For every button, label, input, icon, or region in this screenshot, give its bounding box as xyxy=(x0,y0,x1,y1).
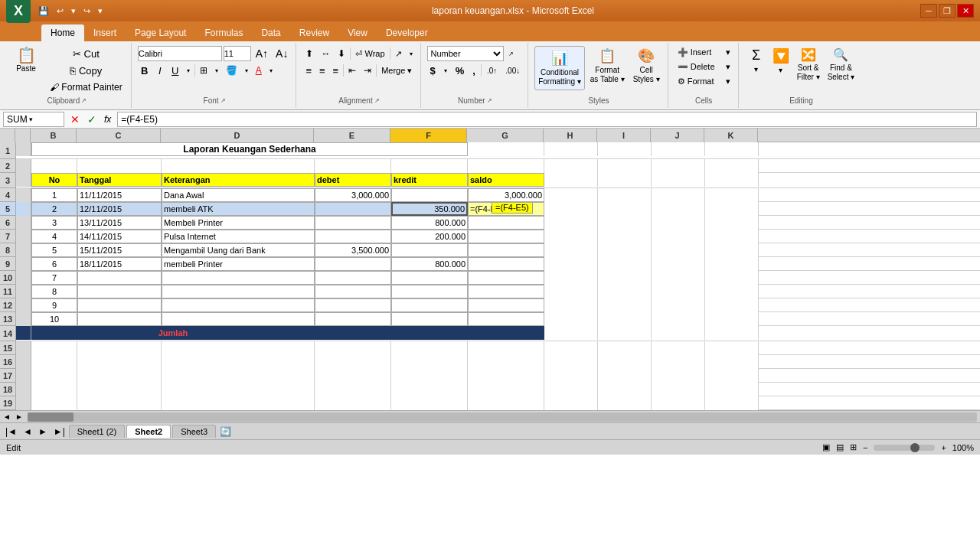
cell-j14[interactable] xyxy=(652,326,705,340)
decrease-font-button[interactable]: A↓ xyxy=(273,46,291,61)
undo-button[interactable]: ↩ xyxy=(54,5,67,18)
scroll-thumb[interactable] xyxy=(28,412,74,422)
delete-button[interactable]: ➖ Delete ▾ xyxy=(675,60,733,73)
row-header-18[interactable]: 18 xyxy=(0,383,15,396)
cell-k2[interactable] xyxy=(705,159,759,173)
cell-j10[interactable] xyxy=(652,271,705,285)
col-header-g[interactable]: G xyxy=(467,129,544,142)
cell-a5[interactable] xyxy=(16,202,31,216)
more-quick-access[interactable]: ▾ xyxy=(95,5,106,18)
number-format-dropdown[interactable]: ↗ xyxy=(505,49,517,59)
cell-a6[interactable] xyxy=(16,216,31,230)
cell-g3[interactable]: saldo xyxy=(468,173,544,187)
paste-button[interactable]: 📋 Paste xyxy=(8,46,44,75)
cell-i3[interactable] xyxy=(598,173,652,187)
cell-h1[interactable] xyxy=(544,142,598,156)
cell-a4[interactable] xyxy=(16,188,31,202)
cell-b3[interactable]: No xyxy=(31,173,77,187)
tab-home[interactable]: Home xyxy=(41,24,84,41)
alignment-expand-icon[interactable]: ↗ xyxy=(374,97,380,104)
cell-c17[interactable] xyxy=(77,369,162,383)
status-view-break[interactable]: ⊞ xyxy=(850,442,857,452)
cell-h14[interactable] xyxy=(544,326,598,340)
cell-k13[interactable] xyxy=(705,312,759,326)
col-header-i[interactable]: I xyxy=(597,129,651,142)
cell-c11[interactable] xyxy=(77,285,162,298)
cell-b6[interactable]: 3 xyxy=(31,216,77,230)
comma-button[interactable]: , xyxy=(469,64,479,78)
cell-i11[interactable] xyxy=(598,285,652,298)
cell-f15[interactable] xyxy=(391,341,468,355)
copy-button[interactable]: ⎘ Copy xyxy=(46,63,126,79)
cell-c10[interactable] xyxy=(77,271,162,285)
decrease-decimal-button[interactable]: .00↓ xyxy=(502,65,523,77)
cell-d8[interactable]: Mengambil Uang dari Bank xyxy=(162,243,315,257)
cell-e7[interactable] xyxy=(315,230,391,243)
cell-i16[interactable] xyxy=(598,355,652,369)
cell-j17[interactable] xyxy=(652,369,705,383)
cell-g4[interactable]: 3,000.000 xyxy=(468,188,544,202)
increase-decimal-button[interactable]: .0↑ xyxy=(484,65,500,77)
cell-f19[interactable] xyxy=(391,396,468,410)
sheet-nav-first[interactable]: |◄ xyxy=(3,426,19,437)
cell-j12[interactable] xyxy=(652,298,705,312)
cell-i8[interactable] xyxy=(598,243,652,257)
cell-f7[interactable]: 200.000 xyxy=(391,230,468,243)
cell-e4[interactable]: 3,000.000 xyxy=(315,188,391,202)
sheet-tab-3[interactable]: Sheet3 xyxy=(172,425,216,438)
cell-k3[interactable] xyxy=(705,173,759,187)
cell-k17[interactable] xyxy=(705,369,759,383)
cell-b4[interactable]: 1 xyxy=(31,188,77,202)
tab-data[interactable]: Data xyxy=(252,24,289,41)
cell-h15[interactable] xyxy=(544,341,598,355)
cell-i17[interactable] xyxy=(598,369,652,383)
font-color-dropdown[interactable]: ▾ xyxy=(266,66,276,76)
cell-d15[interactable] xyxy=(162,341,315,355)
cell-h7[interactable] xyxy=(544,230,598,243)
cell-h8[interactable] xyxy=(544,243,598,257)
cell-f18[interactable] xyxy=(391,383,468,396)
cell-k7[interactable] xyxy=(705,230,759,243)
cell-i18[interactable] xyxy=(598,383,652,396)
cell-a17[interactable] xyxy=(16,369,31,383)
row-header-13[interactable]: 13 xyxy=(0,312,15,326)
cell-j7[interactable] xyxy=(652,230,705,243)
clipboard-expand-icon[interactable]: ↗ xyxy=(81,97,87,104)
row-header-4[interactable]: 4 xyxy=(0,188,15,202)
cell-c13[interactable] xyxy=(77,312,162,326)
cell-e8[interactable]: 3,500.000 xyxy=(315,243,391,257)
cell-h4[interactable] xyxy=(544,188,598,202)
cell-g7[interactable] xyxy=(468,230,544,243)
row-header-7[interactable]: 7 xyxy=(0,230,15,243)
cell-b8[interactable]: 5 xyxy=(31,243,77,257)
cell-d10[interactable] xyxy=(162,271,315,285)
sort-filter-button[interactable]: 🔀 Sort &Filter ▾ xyxy=(794,46,823,83)
cell-g9[interactable] xyxy=(468,257,544,271)
border-button[interactable]: ⊞ xyxy=(197,64,211,77)
row-header-2[interactable]: 2 xyxy=(0,159,15,173)
cell-i6[interactable] xyxy=(598,216,652,230)
col-header-a[interactable] xyxy=(15,129,31,142)
cell-f17[interactable] xyxy=(391,369,468,383)
row-header-5[interactable]: 5 xyxy=(0,202,15,216)
insert-button[interactable]: ➕ Insert ▾ xyxy=(675,46,733,59)
font-color-button[interactable]: A xyxy=(253,64,265,77)
cell-h11[interactable] xyxy=(544,285,598,298)
cell-c19[interactable] xyxy=(77,396,162,410)
cell-b13[interactable]: 10 xyxy=(31,312,77,326)
cell-h16[interactable] xyxy=(544,355,598,369)
scroll-left-btn[interactable]: ◄ xyxy=(2,412,12,421)
cell-d11[interactable] xyxy=(162,285,315,298)
cell-f6[interactable]: 800.000 xyxy=(391,216,468,230)
cell-k11[interactable] xyxy=(705,285,759,298)
tab-insert[interactable]: Insert xyxy=(84,24,126,41)
cell-i14[interactable] xyxy=(598,326,652,340)
cell-e12[interactable] xyxy=(315,298,391,312)
cell-g2[interactable] xyxy=(468,159,544,173)
cell-e3[interactable]: debet xyxy=(315,173,391,187)
cell-a16[interactable] xyxy=(16,355,31,369)
cell-e5[interactable] xyxy=(315,202,391,216)
format-painter-button[interactable]: 🖌 Format Painter xyxy=(46,80,126,95)
status-view-layout[interactable]: ▤ xyxy=(836,442,844,452)
tab-page-layout[interactable]: Page Layout xyxy=(126,24,195,41)
